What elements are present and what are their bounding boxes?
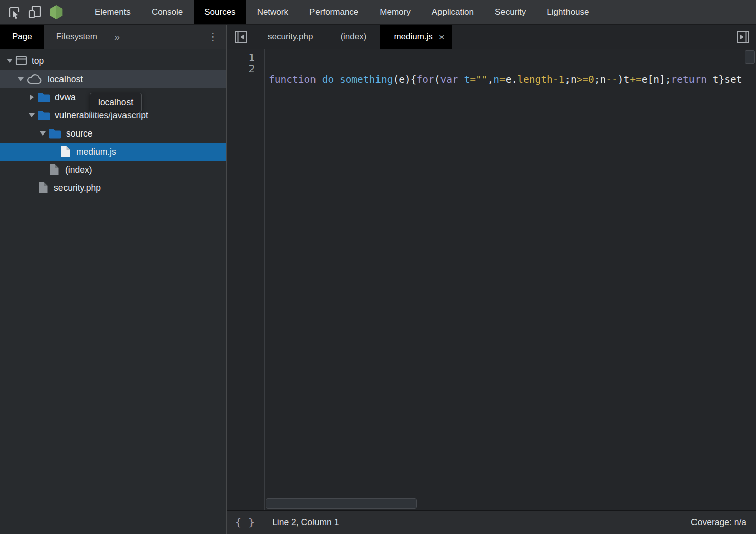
- hide-navigator-icon[interactable]: [227, 25, 254, 49]
- tree-item-label: localhost: [48, 74, 83, 85]
- file-icon: [48, 163, 60, 176]
- tab-page[interactable]: Page: [0, 25, 44, 49]
- tree-item-security-php[interactable]: security.php: [0, 179, 226, 197]
- main-toolbar: Elements Console Sources Network Perform…: [0, 0, 756, 25]
- code-token: "": [476, 74, 487, 85]
- file-icon: [37, 181, 49, 194]
- cloud-icon: [26, 73, 43, 85]
- tab-console[interactable]: Console: [141, 0, 194, 24]
- tree-item-source[interactable]: source: [0, 124, 226, 143]
- editor-pane: 1 2 function do_something(e){for(var t="…: [227, 49, 756, 534]
- code-token: -1: [553, 74, 564, 85]
- editor-tab-medium-js[interactable]: medium.js ×: [380, 25, 452, 49]
- expand-caret-icon[interactable]: [15, 77, 26, 81]
- folder-icon: [37, 91, 50, 103]
- main-tab-strip: Elements Console Sources Network Perform…: [84, 0, 600, 24]
- tab-performance[interactable]: Performance: [299, 0, 369, 24]
- folder-icon: [48, 127, 61, 140]
- line-number: 2: [227, 63, 264, 74]
- code-token: t}set: [707, 74, 742, 85]
- pretty-print-icon[interactable]: { }: [235, 516, 255, 528]
- code-token: function: [269, 74, 322, 85]
- tree-item-top[interactable]: top: [0, 52, 226, 70]
- code-token: =: [470, 74, 476, 85]
- overflow-menu-icon[interactable]: ⋮: [200, 25, 226, 49]
- localhost-tooltip: localhost: [90, 93, 142, 112]
- editor-tab-index[interactable]: (index): [327, 25, 380, 49]
- tab-lighthouse[interactable]: Lighthouse: [536, 0, 599, 24]
- tree-item-index[interactable]: (index): [0, 161, 226, 179]
- code-token: (e){: [393, 74, 417, 85]
- tab-elements[interactable]: Elements: [84, 0, 141, 24]
- navigator-tabbar-spacer: [125, 25, 200, 49]
- code-token: ,: [487, 74, 493, 85]
- code-token: )t: [618, 74, 629, 85]
- file-icon: [59, 145, 72, 158]
- code-token: e.: [506, 74, 517, 85]
- tab-network[interactable]: Network: [246, 0, 299, 24]
- code-content[interactable]: function do_something(e){for(var t="",n=…: [269, 52, 756, 141]
- toolbar-icon-group: [0, 0, 77, 24]
- line-number: 1: [227, 52, 264, 63]
- vertical-scrollbar[interactable]: [745, 50, 755, 64]
- code-token: --: [606, 74, 617, 85]
- sub-toolbar-row: Page Filesystem » ⋮ security.php (index)…: [0, 25, 756, 49]
- cursor-position-text: Line 2, Column 1: [272, 517, 339, 528]
- node-icon: [48, 4, 65, 20]
- code-token: return: [671, 74, 707, 85]
- expand-caret-icon[interactable]: [4, 59, 15, 63]
- code-token: var: [440, 74, 464, 85]
- code-token: >=: [577, 74, 588, 85]
- code-token: length: [517, 74, 552, 85]
- tab-memory[interactable]: Memory: [369, 0, 421, 24]
- code-token: n: [493, 74, 499, 85]
- horizontal-scrollbar-track[interactable]: [265, 497, 756, 509]
- horizontal-scrollbar-thumb[interactable]: [266, 498, 417, 509]
- navigator-tabbar: Page Filesystem » ⋮: [0, 25, 227, 49]
- main-area: top localhost dvwa: [0, 49, 756, 534]
- code-token: +=: [629, 74, 641, 85]
- status-bar: { } Line 2, Column 1 Coverage: n/a: [227, 510, 756, 534]
- tree-item-label: source: [66, 128, 93, 139]
- show-debugger-sidebar-icon[interactable]: [730, 25, 756, 49]
- folder-icon: [37, 109, 50, 121]
- inspect-element-icon[interactable]: [6, 4, 22, 20]
- editor-tab-medium-js-label: medium.js: [394, 32, 432, 42]
- code-token: ;n: [564, 74, 576, 85]
- code-token: ;n: [594, 74, 606, 85]
- code-token: 0: [588, 74, 594, 85]
- code-token: =: [499, 74, 506, 85]
- expand-caret-icon[interactable]: [26, 113, 37, 117]
- code-token: (: [434, 74, 440, 85]
- devtools-window: Elements Console Sources Network Perform…: [0, 0, 756, 534]
- tree-item-localhost[interactable]: localhost: [0, 70, 226, 88]
- code-editor[interactable]: 1 2 function do_something(e){for(var t="…: [227, 49, 756, 510]
- code-token: t: [464, 74, 470, 85]
- tab-security[interactable]: Security: [484, 0, 536, 24]
- tree-item-label: medium.js: [76, 147, 116, 157]
- device-toolbar-icon[interactable]: [27, 4, 43, 20]
- code-line-1: function do_something(e){for(var t="",n=…: [269, 74, 756, 85]
- tree-item-label: security.php: [54, 183, 101, 193]
- tree-item-label: dvwa: [55, 92, 76, 103]
- close-tab-icon[interactable]: ×: [439, 32, 445, 42]
- code-token: e[n];: [642, 74, 671, 85]
- code-line-2: [269, 107, 756, 118]
- tab-application[interactable]: Application: [421, 0, 484, 24]
- collapsed-caret-icon[interactable]: [26, 94, 37, 100]
- tree-item-medium-js[interactable]: medium.js: [0, 143, 226, 161]
- tab-filesystem[interactable]: Filesystem: [44, 25, 109, 49]
- expand-caret-icon[interactable]: [37, 131, 48, 136]
- toolbar-separator: [72, 5, 72, 20]
- more-tabs-icon[interactable]: »: [109, 25, 125, 49]
- editor-tabbar: security.php (index) medium.js ×: [227, 25, 756, 49]
- navigator-tree: top localhost dvwa: [0, 49, 227, 534]
- tab-sources[interactable]: Sources: [194, 0, 246, 24]
- line-number-gutter: 1 2: [227, 49, 265, 510]
- code-token: do_something: [322, 74, 393, 85]
- code-token: for: [417, 74, 434, 85]
- editor-tab-security-php[interactable]: security.php: [254, 25, 327, 49]
- tree-item-label: (index): [65, 165, 92, 175]
- tree-item-label: top: [32, 56, 44, 66]
- editor-tabbar-spacer: [452, 25, 730, 49]
